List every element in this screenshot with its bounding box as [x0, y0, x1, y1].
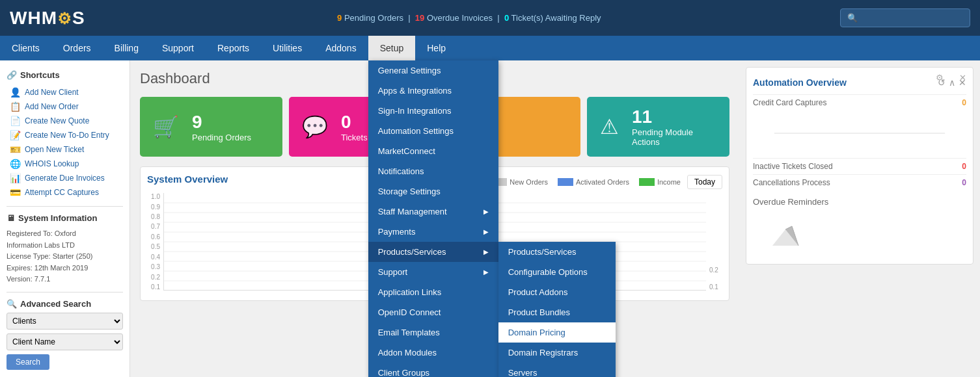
legend-activated: Activated Orders [558, 178, 629, 186]
sidebar-divider-2 [7, 292, 123, 292]
sys-info-title: 🖥 System Information [7, 213, 123, 223]
auto-row-inactive: Inactive Tickets Closed 0 [753, 158, 966, 174]
auto-inactive-value: 0 [962, 162, 966, 171]
nav-clients[interactable]: Clients [0, 36, 51, 60]
nav-reports[interactable]: Reports [206, 36, 261, 60]
auto-inactive-label: Inactive Tickets Closed [753, 162, 833, 171]
y-label-0.9: 0.9 [147, 203, 160, 211]
nav-utilities[interactable]: Utilities [261, 36, 314, 60]
right-panel: ⚙ ✕ Automation Overview ↺ ∧ ✕ Credit Car… [739, 60, 980, 377]
sys-info-line-2: Information Labs LTD [7, 240, 123, 252]
legend-income-label: Income [657, 178, 681, 186]
y-label-0.4: 0.4 [147, 254, 160, 261]
nav-help[interactable]: Help [415, 36, 457, 60]
menu-automation-settings[interactable]: Automation Settings [368, 121, 498, 141]
sidebar-whois[interactable]: 🌐 WHOIS Lookup [7, 157, 123, 171]
sidebar-divider-1 [7, 206, 123, 207]
legend-income-dot [639, 178, 655, 186]
menu-client-groups[interactable]: Client Groups [368, 363, 498, 377]
sidebar-add-new-client[interactable]: 👤 Add New Client [7, 85, 123, 99]
sidebar-create-quote[interactable]: 📄 Create New Quote [7, 114, 123, 128]
sub-products-services[interactable]: Products/Services [498, 242, 616, 262]
sys-info-line-3: License Type: Starter (250) [7, 251, 123, 263]
arrow-icon: ▶ [483, 248, 489, 255]
today-button[interactable]: Today [687, 175, 722, 189]
content-gear-icon[interactable]: ⚙ [936, 73, 944, 83]
whois-icon: 🌐 [10, 159, 21, 169]
card-pending-info: 9 Pending Orders [192, 112, 251, 142]
auto-cancel-value: 0 [962, 178, 966, 187]
sidebar: 🔗 Shortcuts 👤 Add New Client 📋 Add New O… [0, 60, 130, 377]
card-module-actions: ⚠ 11 Pending Module Actions [587, 97, 729, 157]
nav-billing[interactable]: Billing [103, 36, 150, 60]
advanced-search-type-select[interactable]: Clients [7, 313, 123, 330]
card-module-info: 11 Pending Module Actions [632, 107, 716, 147]
arrow-icon: ▶ [483, 268, 489, 276]
sidebar-gen-invoices[interactable]: 📊 Generate Due Invoices [7, 171, 123, 185]
sidebar-create-todo[interactable]: 📝 Create New To-Do Entry [7, 128, 123, 142]
menu-addon-modules[interactable]: Addon Modules [368, 343, 498, 363]
nav-support[interactable]: Support [150, 36, 206, 60]
cc-sparkline [753, 120, 966, 146]
automation-overview: ⚙ ✕ Automation Overview ↺ ∧ ✕ Credit Car… [746, 67, 973, 265]
logo: WHM⚙S [10, 8, 85, 29]
up-icon[interactable]: ∧ [949, 77, 955, 88]
legend-activated-label: Activated Orders [576, 178, 629, 186]
nav-addons[interactable]: Addons [314, 36, 368, 60]
quote-icon: 📄 [10, 116, 21, 126]
content-close-icon[interactable]: ✕ [959, 73, 966, 83]
menu-storage-settings[interactable]: Storage Settings [368, 181, 498, 202]
menu-marketconnect[interactable]: MarketConnect [368, 141, 498, 161]
menu-staff-management[interactable]: Staff Management ▶ [368, 202, 498, 222]
pending-orders-count: 9 [337, 13, 342, 23]
sub-configurable-options[interactable]: Configurable Options [498, 262, 616, 282]
tickets-count: 0 [504, 13, 509, 23]
todo-icon: 📝 [10, 130, 21, 140]
menu-products-services[interactable]: Products/Services ▶ Products/Services Co… [368, 242, 498, 262]
y-label-1.0: 1.0 [147, 193, 160, 200]
sub-servers[interactable]: Servers [498, 363, 616, 377]
sub-domain-registrars[interactable]: Domain Registrars [498, 343, 616, 363]
menu-apps-integrations[interactable]: Apps & Integrations [368, 81, 498, 101]
auto-cc-value: 0 [962, 98, 966, 107]
advanced-search-title: 🔍 Advanced Search [7, 299, 123, 309]
pending-orders-num: 9 [192, 112, 251, 133]
overdue-chart-area: Overdue Reminders [753, 197, 966, 251]
advanced-search-field-select[interactable]: Client Name [7, 333, 123, 350]
menu-payments[interactable]: Payments ▶ [368, 222, 498, 242]
legend-income: Income [639, 178, 681, 186]
warning-icon: ⚠ [600, 114, 619, 139]
y-label-0.1: 0.1 [147, 283, 160, 291]
sidebar-cc-captures[interactable]: 💳 Attempt CC Captures [7, 185, 123, 200]
menu-support-sub[interactable]: Support ▶ [368, 262, 498, 282]
menu-email-templates[interactable]: Email Templates [368, 322, 498, 343]
search-input[interactable] [840, 8, 970, 27]
menu-general-settings[interactable]: General Settings [368, 60, 498, 81]
arrow-icon: ▶ [483, 228, 489, 235]
legend-new-orders: New Orders [491, 178, 548, 186]
logo-gear: ⚙ [57, 10, 72, 27]
cc-graph-area [753, 120, 966, 148]
advanced-search-button[interactable]: Search [7, 354, 49, 370]
menu-signin-integrations[interactable]: Sign-In Integrations [368, 101, 498, 121]
sidebar-open-ticket[interactable]: 🎫 Open New Ticket [7, 142, 123, 157]
menu-application-links[interactable]: Application Links [368, 282, 498, 302]
nav-setup[interactable]: Setup General Settings Apps & Integratio… [368, 36, 416, 60]
auto-row-cc: Credit Card Captures 0 [753, 94, 966, 110]
sub-product-bundles[interactable]: Product Bundles [498, 302, 616, 322]
overdue-invoices-label: Overdue Invoices [427, 13, 493, 23]
menu-notifications[interactable]: Notifications [368, 161, 498, 181]
menu-openid-connect[interactable]: OpenID Connect [368, 302, 498, 322]
y-label-0.8: 0.8 [147, 213, 160, 220]
nav-orders[interactable]: Orders [51, 36, 103, 60]
nav-setup-wrapper: Setup General Settings Apps & Integratio… [368, 36, 416, 60]
sub-product-addons[interactable]: Product Addons [498, 282, 616, 302]
automation-overview-title: Automation Overview [753, 77, 847, 88]
sub-domain-pricing[interactable]: Domain Pricing [498, 322, 616, 343]
alerts-bar: 9 Pending Orders | 19 Overdue Invoices |… [98, 13, 840, 23]
system-overview-title: System Overview [147, 174, 228, 185]
auto-cc-label: Credit Card Captures [753, 98, 826, 107]
auto-row-cancel: Cancellations Process 0 [753, 174, 966, 190]
sidebar-add-new-order[interactable]: 📋 Add New Order [7, 99, 123, 114]
legend-activated-dot [558, 178, 573, 186]
